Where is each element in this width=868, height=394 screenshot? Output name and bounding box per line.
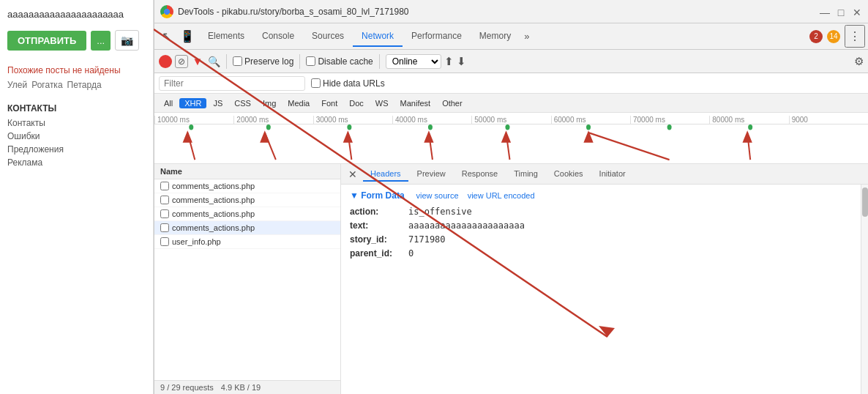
timeline-ruler: 10000 ms 20000 ms 30000 ms 40000 ms 5000…	[154, 113, 868, 124]
detail-tab-preview[interactable]: Preview	[410, 167, 453, 182]
contact-item-oshibki[interactable]: Ошибки	[7, 130, 146, 143]
form-data-row-text: text: аааааааааааааааааааааа	[350, 220, 852, 231]
fd-key-parent-id: parent_id:	[350, 248, 408, 259]
disable-cache-checkbox[interactable]	[306, 56, 315, 66]
tab-performance[interactable]: Performance	[403, 26, 471, 47]
record-button[interactable]	[159, 55, 172, 68]
svg-marker-19	[585, 133, 592, 141]
contact-item-kontakty[interactable]: Контакты	[7, 116, 146, 130]
camera-button[interactable]: 📷	[115, 30, 139, 51]
details-panel: ✕ Headers Preview Response Timing Cookie…	[341, 164, 868, 394]
contact-item-predlozheniya[interactable]: Предложения	[7, 143, 146, 156]
type-btn-img[interactable]: Img	[258, 98, 281, 108]
settings-gear-button[interactable]: ⚙	[854, 55, 864, 68]
tick-60000: 60000 ms	[551, 116, 630, 124]
request-checkbox[interactable]	[160, 209, 169, 218]
request-checkbox[interactable]	[160, 182, 169, 190]
svg-line-20	[747, 133, 750, 160]
request-name: comments_actions.php	[172, 182, 334, 190]
type-btn-css[interactable]: CSS	[229, 98, 256, 108]
detail-tab-response[interactable]: Response	[454, 167, 506, 182]
type-btn-xhr[interactable]: XHR	[179, 98, 206, 108]
svg-marker-13	[344, 133, 351, 141]
preserve-log-label[interactable]: Preserve log	[233, 56, 293, 67]
form-data-row-parent-id: parent_id: 0	[350, 248, 852, 259]
request-name: comments_actions.php	[172, 196, 334, 204]
left-panel: аааааааааааааааааааааа ОТПРАВИТЬ ... 📷 П…	[0, 0, 154, 394]
fd-val-action: is_offensive	[408, 207, 472, 217]
filter-input[interactable]	[159, 76, 305, 91]
minimize-button[interactable]: —	[820, 7, 830, 17]
detail-tab-cookies[interactable]: Cookies	[547, 167, 591, 182]
tab-elements[interactable]: Elements	[199, 26, 253, 47]
svg-point-1	[266, 124, 271, 130]
request-checkbox[interactable]	[160, 223, 169, 232]
request-item[interactable]: comments_actions.php	[154, 179, 340, 193]
more-button[interactable]: ...	[91, 31, 111, 51]
tab-network[interactable]: Network	[353, 26, 403, 47]
request-checkbox[interactable]	[160, 237, 169, 246]
type-btn-all[interactable]: All	[159, 98, 178, 108]
request-item[interactable]: comments_actions.php	[154, 193, 340, 207]
tab-more-button[interactable]: »	[520, 28, 534, 45]
detail-tab-timing[interactable]: Timing	[506, 167, 545, 182]
warning-count: 14	[829, 32, 837, 40]
view-url-encoded-link[interactable]: view URL encoded	[468, 191, 535, 200]
type-btn-doc[interactable]: Doc	[344, 98, 369, 108]
hide-data-urls-checkbox[interactable]	[311, 78, 321, 88]
svg-point-0	[189, 124, 193, 130]
svg-line-16	[506, 133, 509, 160]
tab-memory[interactable]: Memory	[471, 26, 520, 47]
tick-70000: 70000 ms	[630, 116, 709, 124]
type-btn-manifest[interactable]: Manifest	[395, 98, 436, 108]
error-count: 2	[814, 32, 818, 40]
search-button[interactable]: 🔍	[207, 55, 220, 68]
throttle-select[interactable]: Online Slow 3G Fast 3G Offline	[386, 54, 441, 69]
tick-50000: 50000 ms	[471, 116, 550, 124]
device-icon-button[interactable]: 📱	[176, 26, 199, 46]
contact-item-reklama[interactable]: Реклама	[7, 156, 146, 169]
download-button[interactable]: ⬇	[457, 55, 466, 68]
tab-console[interactable]: Console	[253, 26, 303, 47]
details-scrollbar[interactable]	[861, 185, 868, 394]
tag-petarda[interactable]: Петарда	[67, 80, 102, 90]
type-btn-media[interactable]: Media	[283, 98, 315, 108]
stop-button[interactable]: ⊘	[175, 55, 188, 68]
details-scroll[interactable]: ▼ Form Data view source view URL encoded…	[341, 185, 861, 394]
request-item[interactable]: comments_actions.php	[154, 207, 340, 221]
disable-cache-label[interactable]: Disable cache	[306, 56, 373, 67]
detail-tab-initiator[interactable]: Initiator	[592, 167, 633, 182]
toolbar-separator3	[379, 54, 380, 69]
view-source-link[interactable]: view source	[416, 191, 459, 200]
hide-data-urls-label[interactable]: Hide data URLs	[311, 78, 385, 89]
upload-button[interactable]: ⬆	[444, 55, 454, 68]
type-btn-ws[interactable]: WS	[370, 98, 394, 108]
type-btn-js[interactable]: JS	[208, 98, 228, 108]
request-name: comments_actions.php	[172, 209, 334, 218]
form-data-row-story-id: story_id: 7171980	[350, 234, 852, 245]
request-item[interactable]: user_info.php	[154, 235, 340, 249]
devtools-menu-button[interactable]: ⋮	[845, 25, 865, 48]
request-checkbox[interactable]	[160, 196, 169, 204]
devtools-titlebar: DevTools - pikabu.ru/story/borba_s_osami…	[154, 0, 868, 23]
send-button[interactable]: ОТПРАВИТЬ	[7, 31, 86, 51]
fd-key-story-id: story_id:	[350, 234, 408, 245]
preserve-log-checkbox[interactable]	[233, 56, 242, 66]
tag-rogatka[interactable]: Рогатка	[31, 80, 62, 90]
tab-sources[interactable]: Sources	[303, 26, 353, 47]
main-content: Name comments_actions.php comments_actio…	[154, 164, 868, 394]
svg-marker-21	[744, 133, 751, 141]
maximize-button[interactable]: □	[836, 7, 846, 17]
tag-ulei[interactable]: Улей	[7, 80, 27, 90]
tick-30000: 30000 ms	[313, 116, 392, 124]
devtools-panel: DevTools - pikabu.ru/story/borba_s_osami…	[154, 0, 868, 394]
close-button[interactable]: ✕	[852, 7, 862, 17]
type-btn-other[interactable]: Other	[437, 98, 468, 108]
request-item-selected[interactable]: comments_actions.php	[154, 221, 340, 235]
filter-icon-button[interactable]: ▼	[191, 55, 204, 68]
titlebar-text: DevTools - pikabu.ru/story/borba_s_osami…	[178, 7, 815, 17]
details-close-button[interactable]: ✕	[344, 168, 362, 180]
cursor-icon-button[interactable]: ↖	[157, 26, 176, 46]
type-btn-font[interactable]: Font	[316, 98, 343, 108]
detail-tab-headers[interactable]: Headers	[363, 167, 408, 182]
